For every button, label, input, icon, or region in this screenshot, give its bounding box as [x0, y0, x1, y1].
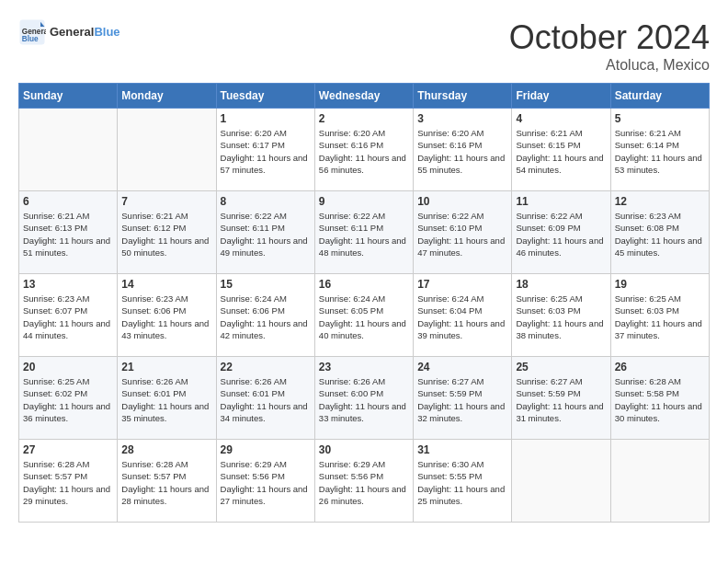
day-number: 3 [417, 112, 507, 125]
weekday-header-saturday: Saturday [610, 84, 709, 109]
calendar-cell [512, 440, 610, 523]
calendar-cell: 10Sunrise: 6:22 AM Sunset: 6:10 PM Dayli… [414, 191, 512, 274]
day-number: 28 [121, 443, 211, 456]
calendar-cell: 18Sunrise: 6:25 AM Sunset: 6:03 PM Dayli… [512, 274, 610, 357]
calendar-cell: 28Sunrise: 6:28 AM Sunset: 5:57 PM Dayli… [118, 440, 216, 523]
calendar-cell: 26Sunrise: 6:28 AM Sunset: 5:58 PM Dayli… [610, 357, 709, 440]
weekday-header-friday: Friday [512, 84, 610, 109]
day-number: 9 [319, 195, 409, 208]
day-number: 2 [319, 112, 409, 125]
day-number: 4 [516, 112, 606, 125]
day-number: 6 [23, 195, 113, 208]
calendar-cell: 6Sunrise: 6:21 AM Sunset: 6:13 PM Daylig… [19, 191, 118, 274]
calendar-table: SundayMondayTuesdayWednesdayThursdayFrid… [18, 83, 710, 523]
day-info: Sunrise: 6:28 AM Sunset: 5:57 PM Dayligh… [23, 458, 113, 507]
calendar-cell: 25Sunrise: 6:27 AM Sunset: 5:59 PM Dayli… [512, 357, 610, 440]
day-number: 1 [221, 112, 311, 125]
calendar-cell: 22Sunrise: 6:26 AM Sunset: 6:01 PM Dayli… [216, 357, 314, 440]
day-info: Sunrise: 6:21 AM Sunset: 6:12 PM Dayligh… [121, 210, 211, 259]
day-number: 30 [319, 443, 409, 456]
calendar-cell [118, 109, 216, 191]
day-number: 26 [615, 361, 705, 373]
day-info: Sunrise: 6:24 AM Sunset: 6:06 PM Dayligh… [221, 293, 311, 341]
day-info: Sunrise: 6:25 AM Sunset: 6:02 PM Dayligh… [23, 375, 113, 424]
page-header: General Blue GeneralBlue October 2024 At… [18, 18, 710, 74]
day-info: Sunrise: 6:20 AM Sunset: 6:17 PM Dayligh… [221, 127, 311, 176]
calendar-cell: 13Sunrise: 6:23 AM Sunset: 6:07 PM Dayli… [19, 274, 118, 357]
calendar-cell: 23Sunrise: 6:26 AM Sunset: 6:00 PM Dayli… [314, 357, 413, 440]
calendar-cell: 9Sunrise: 6:22 AM Sunset: 6:11 PM Daylig… [314, 191, 413, 274]
day-info: Sunrise: 6:21 AM Sunset: 6:15 PM Dayligh… [516, 127, 606, 176]
day-number: 21 [121, 361, 211, 373]
day-info: Sunrise: 6:26 AM Sunset: 6:01 PM Dayligh… [121, 375, 211, 424]
day-number: 14 [121, 278, 211, 291]
day-number: 10 [417, 195, 507, 208]
day-info: Sunrise: 6:26 AM Sunset: 6:01 PM Dayligh… [221, 375, 311, 424]
day-info: Sunrise: 6:21 AM Sunset: 6:13 PM Dayligh… [23, 210, 113, 259]
calendar-cell: 14Sunrise: 6:23 AM Sunset: 6:06 PM Dayli… [118, 274, 216, 357]
day-info: Sunrise: 6:24 AM Sunset: 6:05 PM Dayligh… [319, 293, 409, 341]
day-info: Sunrise: 6:22 AM Sunset: 6:11 PM Dayligh… [319, 210, 409, 259]
day-info: Sunrise: 6:27 AM Sunset: 5:59 PM Dayligh… [417, 375, 507, 424]
calendar-cell: 1Sunrise: 6:20 AM Sunset: 6:17 PM Daylig… [216, 109, 314, 191]
calendar-cell: 31Sunrise: 6:30 AM Sunset: 5:55 PM Dayli… [414, 440, 512, 523]
day-number: 24 [417, 361, 507, 373]
day-number: 13 [23, 278, 113, 291]
logo-general: General [50, 25, 94, 39]
day-number: 23 [319, 361, 409, 373]
calendar-cell: 7Sunrise: 6:21 AM Sunset: 6:12 PM Daylig… [118, 191, 216, 274]
day-info: Sunrise: 6:23 AM Sunset: 6:08 PM Dayligh… [615, 210, 705, 259]
calendar-cell: 20Sunrise: 6:25 AM Sunset: 6:02 PM Dayli… [19, 357, 118, 440]
calendar-cell: 16Sunrise: 6:24 AM Sunset: 6:05 PM Dayli… [314, 274, 413, 357]
calendar-cell: 17Sunrise: 6:24 AM Sunset: 6:04 PM Dayli… [414, 274, 512, 357]
weekday-header-thursday: Thursday [414, 84, 512, 109]
logo-icon: General Blue [18, 18, 46, 46]
day-info: Sunrise: 6:25 AM Sunset: 6:03 PM Dayligh… [516, 293, 606, 341]
calendar-cell: 8Sunrise: 6:22 AM Sunset: 6:11 PM Daylig… [216, 191, 314, 274]
weekday-header-sunday: Sunday [19, 84, 118, 109]
day-number: 12 [615, 195, 705, 208]
location-title: Atoluca, Mexico [509, 57, 710, 74]
day-info: Sunrise: 6:20 AM Sunset: 6:16 PM Dayligh… [319, 127, 409, 176]
day-info: Sunrise: 6:26 AM Sunset: 6:00 PM Dayligh… [319, 375, 409, 424]
calendar-cell: 11Sunrise: 6:22 AM Sunset: 6:09 PM Dayli… [512, 191, 610, 274]
calendar-cell: 27Sunrise: 6:28 AM Sunset: 5:57 PM Dayli… [19, 440, 118, 523]
calendar-cell: 2Sunrise: 6:20 AM Sunset: 6:16 PM Daylig… [314, 109, 413, 191]
day-info: Sunrise: 6:28 AM Sunset: 5:58 PM Dayligh… [615, 375, 705, 424]
day-info: Sunrise: 6:30 AM Sunset: 5:55 PM Dayligh… [417, 458, 507, 507]
day-number: 8 [221, 195, 311, 208]
calendar-cell: 24Sunrise: 6:27 AM Sunset: 5:59 PM Dayli… [414, 357, 512, 440]
weekday-header-wednesday: Wednesday [314, 84, 413, 109]
day-number: 15 [221, 278, 311, 291]
day-info: Sunrise: 6:27 AM Sunset: 5:59 PM Dayligh… [516, 375, 606, 424]
calendar-cell [19, 109, 118, 191]
day-number: 11 [516, 195, 606, 208]
day-number: 16 [319, 278, 409, 291]
day-number: 19 [615, 278, 705, 291]
day-info: Sunrise: 6:23 AM Sunset: 6:07 PM Dayligh… [23, 293, 113, 341]
calendar-cell: 3Sunrise: 6:20 AM Sunset: 6:16 PM Daylig… [414, 109, 512, 191]
weekday-header-tuesday: Tuesday [216, 84, 314, 109]
day-number: 18 [516, 278, 606, 291]
day-info: Sunrise: 6:29 AM Sunset: 5:56 PM Dayligh… [221, 458, 311, 507]
calendar-cell: 19Sunrise: 6:25 AM Sunset: 6:03 PM Dayli… [610, 274, 709, 357]
day-info: Sunrise: 6:22 AM Sunset: 6:10 PM Dayligh… [417, 210, 507, 259]
calendar-cell: 15Sunrise: 6:24 AM Sunset: 6:06 PM Dayli… [216, 274, 314, 357]
day-number: 27 [23, 443, 113, 456]
day-info: Sunrise: 6:22 AM Sunset: 6:09 PM Dayligh… [516, 210, 606, 259]
calendar-cell: 4Sunrise: 6:21 AM Sunset: 6:15 PM Daylig… [512, 109, 610, 191]
logo-blue: Blue [94, 25, 119, 39]
day-number: 17 [417, 278, 507, 291]
calendar-cell: 12Sunrise: 6:23 AM Sunset: 6:08 PM Dayli… [610, 191, 709, 274]
day-info: Sunrise: 6:29 AM Sunset: 5:56 PM Dayligh… [319, 458, 409, 507]
day-info: Sunrise: 6:23 AM Sunset: 6:06 PM Dayligh… [121, 293, 211, 341]
day-number: 22 [221, 361, 311, 373]
day-info: Sunrise: 6:22 AM Sunset: 6:11 PM Dayligh… [221, 210, 311, 259]
day-number: 7 [121, 195, 211, 208]
svg-text:Blue: Blue [22, 35, 39, 43]
logo: General Blue GeneralBlue [18, 18, 120, 46]
weekday-header-monday: Monday [118, 84, 216, 109]
day-number: 31 [417, 443, 507, 456]
day-info: Sunrise: 6:28 AM Sunset: 5:57 PM Dayligh… [121, 458, 211, 507]
day-number: 20 [23, 361, 113, 373]
